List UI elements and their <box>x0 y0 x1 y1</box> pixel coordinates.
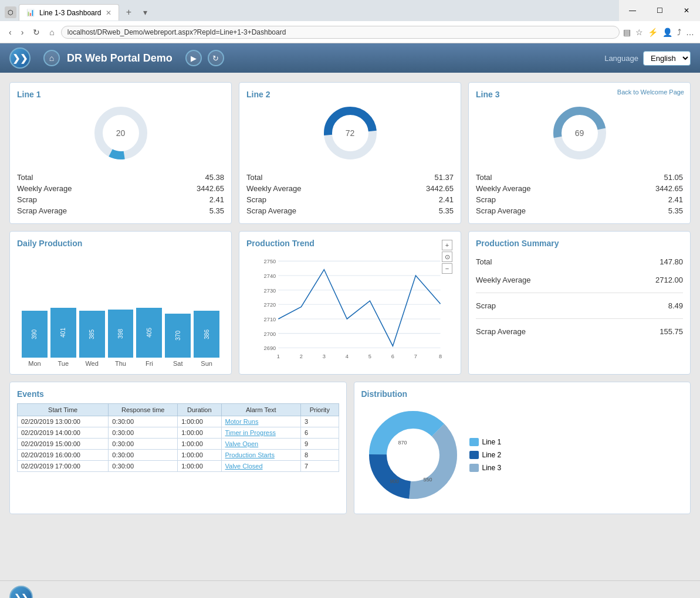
footer-logo[interactable]: ❯❯ <box>9 586 33 598</box>
dist-label-line1-val: 870 <box>398 440 407 446</box>
back-to-welcome-link[interactable]: Back to Welcome Page <box>617 89 684 96</box>
summary-scrap-avg-label: Scrap Average <box>476 327 526 336</box>
event-priority-1: 3 <box>301 416 339 427</box>
event-response-5: 0:30:00 <box>109 461 178 472</box>
event-duration-1: 1:00:00 <box>178 416 221 427</box>
line3-donut: 69 <box>550 104 609 162</box>
app-logo: ❯❯ <box>9 47 31 69</box>
event-response-2: 0:30:00 <box>109 427 178 439</box>
event-priority-3: 9 <box>301 439 339 450</box>
line2-total-value: 51.37 <box>434 173 454 182</box>
line2-scrap-value: 2.41 <box>439 195 454 204</box>
x-label-8: 8 <box>439 354 442 359</box>
maximize-button[interactable]: ☐ <box>646 2 673 19</box>
summary-total-label: Total <box>476 257 492 266</box>
app-nav-controls: ⌂ <box>43 50 60 66</box>
line3-total-row: Total 51.05 <box>476 172 683 183</box>
bar-chart: 390 401 385 <box>17 253 224 367</box>
event-alarm-4[interactable]: Production Starts <box>221 450 301 461</box>
bar-col-sun: 386 <box>194 311 219 358</box>
x-label-7: 7 <box>414 354 417 359</box>
events-header-row: Start Time Response time Duration Alarm … <box>18 404 339 416</box>
event-duration-5: 1:00:00 <box>178 461 221 472</box>
summary-scrap-label: Scrap <box>476 301 496 310</box>
y-label-2690: 2690 <box>264 345 276 351</box>
event-response-4: 0:30:00 <box>109 450 178 461</box>
legend-item-line3: Line 3 <box>469 464 502 472</box>
event-alarm-1[interactable]: Motor Runs <box>221 416 301 427</box>
summary-total-value: 147.80 <box>660 257 683 266</box>
x-label-6: 6 <box>391 354 394 359</box>
legend-item-line1: Line 1 <box>469 438 502 446</box>
table-row: 02/20/2019 13:00:00 0:30:00 1:00:00 Moto… <box>18 416 339 427</box>
minimize-button[interactable]: — <box>619 2 646 19</box>
line1-scrap-label: Scrap <box>17 195 37 204</box>
language-select[interactable]: English <box>643 51 691 66</box>
line2-scrap-row: Scrap 2.41 <box>246 194 454 205</box>
distribution-content: 870 550 900 Line 1 Line 2 <box>361 403 684 507</box>
close-button[interactable]: ✕ <box>673 2 700 19</box>
line3-scrap-avg-value: 5.35 <box>668 206 683 215</box>
home-button[interactable]: ⌂ <box>46 26 57 38</box>
summary-stats: Total 147.80 Weekly Average 2712.00 Scra… <box>476 253 683 341</box>
reload-button[interactable]: ↻ <box>30 26 43 38</box>
event-alarm-3[interactable]: Valve Open <box>221 439 301 450</box>
line2-donut: 72 <box>321 104 380 162</box>
reader-icon[interactable]: ▤ <box>623 28 631 37</box>
line1-title: Line 1 <box>17 90 224 99</box>
event-alarm-2[interactable]: Timer in Progress <box>221 427 301 439</box>
home-nav-button[interactable]: ⌂ <box>43 50 60 66</box>
bar-val-tue: 401 <box>60 328 66 338</box>
media-controls: ▶ ↻ <box>185 50 224 66</box>
bar-mon: 390 <box>22 311 48 358</box>
window-controls: — ☐ ✕ <box>619 2 700 19</box>
play-button[interactable]: ▶ <box>185 50 202 66</box>
legend-label-line3: Line 3 <box>482 464 502 472</box>
summary-scrap-value: 8.49 <box>668 301 683 310</box>
line3-scrap-row: Scrap 2.41 <box>476 194 683 205</box>
back-button[interactable]: ‹ <box>6 26 15 38</box>
event-response-3: 0:30:00 <box>109 439 178 450</box>
zoom-out-button[interactable]: − <box>442 263 452 274</box>
summary-scrap-avg-value: 155.75 <box>660 327 683 336</box>
events-card: Events Start Time Response time Duration… <box>9 382 347 514</box>
zoom-in-button[interactable]: + <box>442 240 452 250</box>
legend-color-line2 <box>469 451 479 459</box>
top-row: Line 1 20 Total 45.38 <box>9 82 691 224</box>
line1-stats: Total 45.38 Weekly Average 3442.65 Scrap… <box>17 172 224 216</box>
line2-scrap-avg-row: Scrap Average 5.35 <box>246 205 454 216</box>
menu-icon[interactable]: … <box>686 28 694 37</box>
refresh-button[interactable]: ↻ <box>208 50 224 66</box>
forward-button[interactable]: › <box>18 26 27 38</box>
day-label-wed: Wed <box>79 360 105 367</box>
line2-donut-container: 72 <box>246 104 454 162</box>
new-tab-button[interactable]: + <box>121 5 136 19</box>
profile-icon[interactable]: 👤 <box>662 28 672 37</box>
app-header: ❯❯ ⌂ DR Web Portal Demo ▶ ↻ Language Eng… <box>0 43 700 73</box>
svg-point-17 <box>387 429 439 481</box>
share-icon[interactable]: ⤴ <box>677 28 681 37</box>
line2-total-row: Total 51.37 <box>246 172 454 183</box>
active-tab[interactable]: 📊 Line 1-3 Dashboard ✕ <box>19 4 119 21</box>
browser-icon: ⬡ <box>5 6 16 18</box>
extensions-icon[interactable]: ⚡ <box>648 28 658 37</box>
url-input[interactable] <box>61 26 620 39</box>
event-alarm-5[interactable]: Valve Closed <box>221 461 301 472</box>
tab-icon: 📊 <box>26 9 35 16</box>
distribution-title: Distribution <box>361 389 684 399</box>
bookmark-icon[interactable]: ☆ <box>635 28 643 37</box>
line3-scrap-avg-row: Scrap Average 5.35 <box>476 205 683 216</box>
tab-close[interactable]: ✕ <box>106 9 111 17</box>
event-start-1: 02/20/2019 13:00:00 <box>18 416 109 427</box>
daily-production-card: Daily Production 390 401 <box>9 231 232 375</box>
tab-dropdown[interactable]: ▾ <box>138 5 152 19</box>
tab-bar: ⬡ 📊 Line 1-3 Dashboard ✕ + ▾ <box>0 0 619 21</box>
line1-scrap-avg-value: 5.35 <box>209 206 224 215</box>
zoom-reset-button[interactable]: ⊙ <box>442 252 452 262</box>
legend-item-line2: Line 2 <box>469 451 502 459</box>
event-duration-2: 1:00:00 <box>178 427 221 439</box>
line2-card: Line 2 72 Total 51.37 <box>239 82 461 224</box>
bar-wed: 385 <box>79 311 105 358</box>
col-response-time: Response time <box>109 404 178 416</box>
dashboard: Line 1 20 Total 45.38 <box>9 82 691 514</box>
